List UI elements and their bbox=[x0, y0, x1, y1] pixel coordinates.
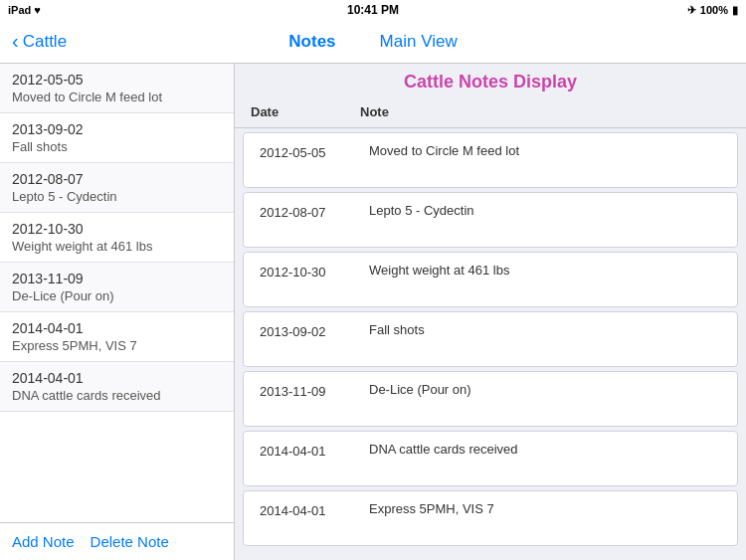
list-item[interactable]: 2012-08-07 Lepto 5 - Cydectin bbox=[0, 163, 234, 213]
list-item[interactable]: 2012-05-05 Moved to Circle M feed lot bbox=[0, 64, 234, 113]
battery-icon: ▮ bbox=[732, 4, 738, 17]
chevron-left-icon: ‹ bbox=[12, 30, 19, 53]
list-item[interactable]: 2012-10-30 Weight weight at 461 lbs bbox=[0, 213, 234, 263]
back-label[interactable]: Cattle bbox=[23, 32, 67, 52]
main-view-button[interactable]: Main View bbox=[380, 32, 458, 52]
list-item-note: Weight weight at 461 lbs bbox=[12, 239, 222, 254]
list-item-note: Moved to Circle M feed lot bbox=[12, 90, 222, 104]
status-right: ✈ 100% ▮ bbox=[687, 4, 738, 17]
list-item-date: 2013-11-09 bbox=[12, 271, 222, 286]
list-item-note: De-Lice (Pour on) bbox=[12, 288, 222, 303]
nav-center-title: Notes Main View bbox=[288, 32, 457, 52]
table-cell-date: 2013-09-02 bbox=[260, 322, 369, 339]
table-cell-date: 2014-04-01 bbox=[260, 442, 369, 459]
table-body: 2012-05-05 Moved to Circle M feed lot 20… bbox=[235, 132, 746, 546]
table-header: Date Note bbox=[235, 96, 746, 128]
list-item-note: Lepto 5 - Cydectin bbox=[12, 189, 222, 204]
table-cell-note: Express 5PMH, VIS 7 bbox=[369, 501, 721, 516]
table-cell-note: De-Lice (Pour on) bbox=[369, 382, 721, 397]
list-item-note: Express 5PMH, VIS 7 bbox=[12, 338, 222, 353]
notes-list[interactable]: 2012-05-05 Moved to Circle M feed lot 20… bbox=[0, 64, 234, 522]
bluetooth-icon: ✈ bbox=[687, 4, 696, 17]
nav-bar: ‹ Cattle Notes Main View bbox=[0, 20, 746, 64]
table-cell-note: Moved to Circle M feed lot bbox=[369, 143, 721, 158]
table-cell-date: 2012-10-30 bbox=[260, 263, 369, 280]
table-row: 2013-11-09 De-Lice (Pour on) bbox=[243, 371, 738, 427]
list-item-date: 2014-04-01 bbox=[12, 320, 222, 336]
notes-tab-label[interactable]: Notes bbox=[288, 32, 335, 52]
table-row: 2012-08-07 Lepto 5 - Cydectin bbox=[243, 192, 738, 248]
table-row: 2012-05-05 Moved to Circle M feed lot bbox=[243, 132, 738, 188]
status-time: 10:41 PM bbox=[347, 3, 399, 17]
table-row: 2014-04-01 DNA cattle cards received bbox=[243, 431, 738, 486]
table-row: 2014-04-01 Express 5PMH, VIS 7 bbox=[243, 490, 738, 546]
add-note-button[interactable]: Add Note bbox=[12, 533, 75, 550]
list-item-date: 2013-09-02 bbox=[12, 121, 222, 137]
battery-text: 100% bbox=[700, 4, 728, 16]
back-button[interactable]: ‹ Cattle bbox=[12, 30, 67, 53]
table-cell-date: 2014-04-01 bbox=[260, 501, 369, 518]
carrier-text: iPad ♥ bbox=[8, 4, 41, 16]
list-item[interactable]: 2014-04-01 Express 5PMH, VIS 7 bbox=[0, 312, 234, 362]
right-panel-title: Cattle Notes Display bbox=[235, 64, 746, 96]
list-item-date: 2012-05-05 bbox=[12, 72, 222, 88]
table-cell-note: DNA cattle cards received bbox=[369, 442, 721, 457]
list-item-note: DNA cattle cards received bbox=[12, 388, 222, 403]
left-panel: 2012-05-05 Moved to Circle M feed lot 20… bbox=[0, 64, 235, 560]
note-column-header: Note bbox=[360, 104, 730, 119]
delete-note-button[interactable]: Delete Note bbox=[91, 533, 169, 550]
table-row: 2013-09-02 Fall shots bbox=[243, 311, 738, 367]
table-cell-date: 2013-11-09 bbox=[260, 382, 369, 399]
table-row: 2012-10-30 Weight weight at 461 lbs bbox=[243, 252, 738, 307]
list-item[interactable]: 2014-04-01 DNA cattle cards received bbox=[0, 362, 234, 412]
table-cell-date: 2012-05-05 bbox=[260, 143, 369, 160]
table-cell-date: 2012-08-07 bbox=[260, 203, 369, 220]
left-footer: Add Note Delete Note bbox=[0, 522, 234, 560]
list-item-date: 2014-04-01 bbox=[12, 370, 222, 386]
status-bar: iPad ♥ 10:41 PM ✈ 100% ▮ bbox=[0, 0, 746, 20]
right-panel: Cattle Notes Display Date Note 2012-05-0… bbox=[235, 64, 746, 560]
table-cell-note: Fall shots bbox=[369, 322, 721, 337]
list-item[interactable]: 2013-11-09 De-Lice (Pour on) bbox=[0, 263, 234, 312]
main-layout: 2012-05-05 Moved to Circle M feed lot 20… bbox=[0, 64, 746, 560]
list-item-date: 2012-08-07 bbox=[12, 171, 222, 187]
list-item[interactable]: 2013-09-02 Fall shots bbox=[0, 113, 234, 163]
date-column-header: Date bbox=[251, 104, 360, 119]
table-cell-note: Lepto 5 - Cydectin bbox=[369, 203, 721, 218]
list-item-note: Fall shots bbox=[12, 139, 222, 154]
list-item-date: 2012-10-30 bbox=[12, 221, 222, 237]
status-left: iPad ♥ bbox=[8, 4, 41, 16]
table-cell-note: Weight weight at 461 lbs bbox=[369, 263, 721, 278]
